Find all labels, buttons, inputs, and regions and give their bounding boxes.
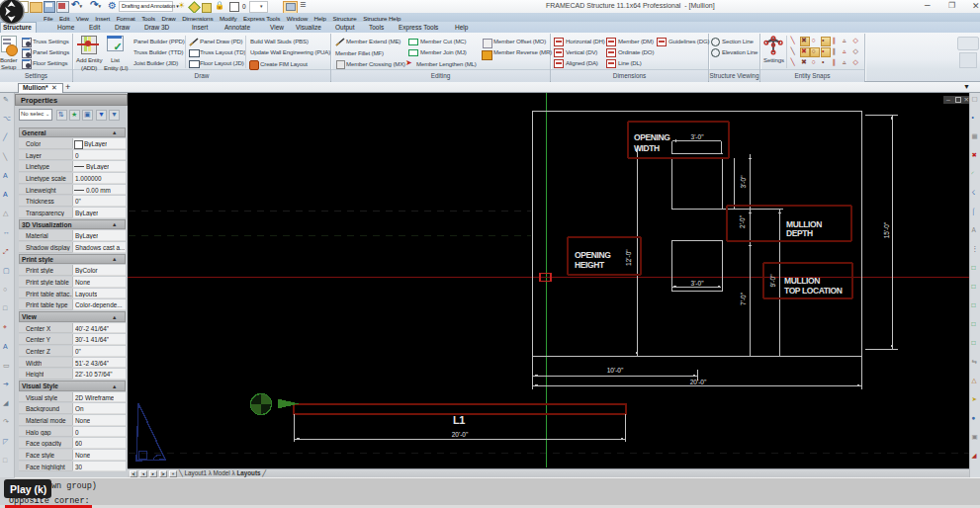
svg-text:–: –	[946, 96, 950, 103]
svg-text:TOP LOCATION: TOP LOCATION	[784, 286, 843, 296]
svg-text:9'-0": 9'-0"	[769, 274, 776, 288]
svg-text:3'-0": 3'-0"	[691, 280, 705, 287]
svg-text:L1: L1	[453, 414, 465, 426]
svg-text:7'-0": 7'-0"	[740, 292, 747, 305]
svg-text:WIDTH: WIDTH	[634, 143, 660, 153]
svg-text:15'-0": 15'-0"	[883, 221, 890, 238]
svg-text:3'-0": 3'-0"	[691, 133, 705, 140]
svg-text:✕: ✕	[964, 96, 969, 103]
svg-text:OPENING: OPENING	[575, 250, 611, 260]
svg-text:HEIGHT: HEIGHT	[575, 260, 605, 270]
svg-text:OPENING: OPENING	[634, 132, 670, 142]
svg-text:10'-0": 10'-0"	[607, 367, 624, 374]
svg-text:MULLION: MULLION	[784, 276, 820, 286]
svg-text:2'-0": 2'-0"	[739, 214, 746, 228]
svg-text:12'-0": 12'-0"	[625, 249, 632, 266]
svg-text:20'-0": 20'-0"	[690, 379, 707, 385]
svg-text:MULLION: MULLION	[786, 219, 822, 229]
svg-text:3'-0": 3'-0"	[740, 175, 747, 189]
svg-text:DEPTH: DEPTH	[786, 228, 813, 238]
svg-text:20'-0": 20'-0"	[452, 431, 469, 438]
